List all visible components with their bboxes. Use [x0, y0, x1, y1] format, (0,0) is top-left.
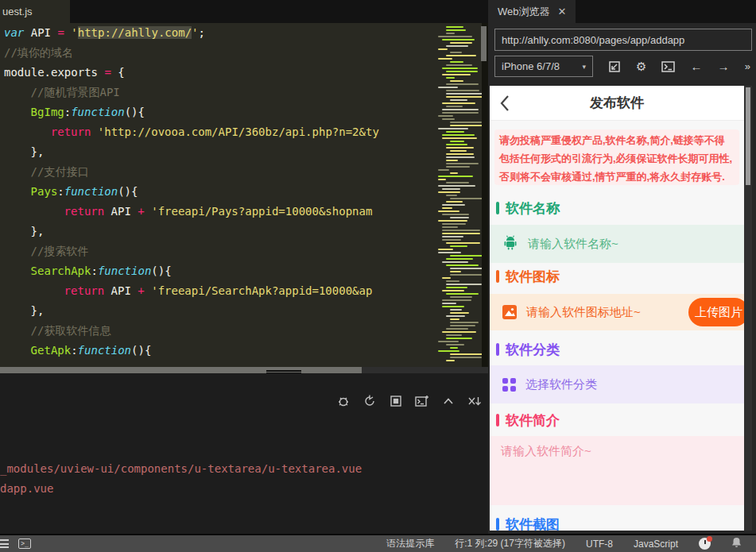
more-tools-icon[interactable]: »: [745, 60, 750, 72]
app-category-placeholder: 选择软件分类: [525, 377, 597, 392]
android-icon: [502, 234, 518, 253]
code-lines: var API = 'http://ahlly.com/';//填你的域名mod…: [0, 23, 436, 361]
restart-icon[interactable]: [362, 394, 377, 408]
section-title: 软件名称: [506, 199, 560, 218]
app-category-select[interactable]: 选择软件分类: [490, 365, 744, 403]
chevron-down-icon: ▾: [582, 63, 586, 71]
terminal-icon[interactable]: [661, 61, 675, 72]
console-line: dapp.vue: [0, 479, 488, 499]
section-bar: [496, 202, 499, 214]
browser-toolbar: iPhone 6/7/8 ▾ ⚙ ← → »: [494, 56, 752, 77]
back-chevron-icon[interactable]: [498, 95, 514, 115]
language-status[interactable]: JavaScript: [634, 538, 678, 550]
terminal-icon[interactable]: >_: [18, 538, 31, 549]
section-title: 软件截图: [506, 515, 560, 531]
section-title: 软件分类: [506, 341, 560, 359]
section-title: 软件图标: [506, 268, 560, 286]
section-bar: [496, 518, 499, 531]
section-header-app-screenshot: 软件截图: [490, 515, 560, 531]
forward-arrow-icon[interactable]: →: [717, 60, 729, 73]
console-output: _modules/uview-ui/components/u-textarea/…: [0, 459, 488, 499]
menu-icon[interactable]: [0, 539, 9, 548]
open-external-icon[interactable]: [608, 60, 621, 73]
upload-image-button[interactable]: 上传图片: [688, 298, 744, 326]
console-line: _modules/uview-ui/components/u-textarea/…: [0, 459, 488, 479]
warning-notice: 请勿投稿严重侵权产品,软件名称,简介,链接等不得包括任何形式的引流行为,必须保证…: [494, 129, 739, 185]
preview-scrollbar[interactable]: [744, 86, 752, 531]
section-header-app-category: 软件分类: [490, 340, 560, 359]
page-title: 发布软件: [490, 86, 744, 121]
section-header-app-name: 软件名称: [490, 199, 560, 218]
preview-scrollbar-thumb[interactable]: [746, 87, 750, 185]
close-icon[interactable]: ✕: [558, 0, 567, 23]
page-navbar: 发布软件: [490, 86, 744, 121]
back-arrow-icon[interactable]: ←: [690, 60, 702, 73]
section-bar: [496, 343, 499, 356]
tab-label: Web浏览器: [498, 0, 550, 23]
collapse-icon[interactable]: [441, 394, 456, 408]
section-header-app-icon: 软件图标: [490, 267, 560, 286]
new-terminal-icon[interactable]: [415, 394, 429, 408]
editor-tabbar: uest.js: [0, 0, 488, 23]
minimap[interactable]: [436, 23, 482, 373]
history-notification-icon[interactable]: [699, 538, 711, 550]
section-header-app-intro: 软件简介: [490, 411, 560, 430]
phone-viewport: 发布软件 请勿投稿严重侵权产品,软件名称,简介,链接等不得包括任何形式的引流行为…: [490, 86, 744, 531]
browser-tabbar: Web浏览器 ✕: [488, 0, 756, 23]
code-editor[interactable]: var API = 'http://ahlly.com/';//填你的域名mod…: [0, 23, 436, 367]
status-bar: >_ 语法提示库 行:1 列:29 (17字符被选择) UTF-8 JavaSc…: [0, 534, 756, 552]
grid-icon: [502, 378, 516, 392]
cursor-position-status[interactable]: 行:1 列:29 (17字符被选择): [455, 537, 565, 550]
web-browser-panel: Web浏览器 ✕ iPhone 6/7/8 ▾ ⚙ ← → » 发布软件 请勿投…: [488, 0, 756, 534]
image-icon: [502, 305, 517, 319]
debug-icon[interactable]: [336, 394, 351, 408]
tab-web-browser[interactable]: Web浏览器 ✕: [488, 0, 576, 23]
clear-icon[interactable]: [467, 394, 482, 408]
app-name-input[interactable]: 请输入软件名称~: [490, 225, 744, 263]
editor-vscrollbar-thumb[interactable]: [481, 26, 487, 61]
gear-icon[interactable]: ⚙: [636, 60, 646, 74]
url-input[interactable]: [494, 29, 752, 51]
section-bar: [496, 270, 499, 283]
app-intro-textarea[interactable]: 请输入软件简介~: [490, 436, 744, 505]
editor-tab-request-js[interactable]: uest.js: [0, 0, 70, 23]
console-panel: _modules/uview-ui/components/u-textarea/…: [0, 373, 488, 534]
stop-icon[interactable]: [389, 394, 403, 408]
section-bar: [496, 414, 499, 427]
device-label: iPhone 6/7/8: [502, 60, 560, 72]
bell-icon[interactable]: [731, 537, 742, 550]
editor-hscrollbar-thumb[interactable]: [0, 367, 362, 373]
device-select[interactable]: iPhone 6/7/8 ▾: [494, 56, 593, 77]
syntax-lib-status[interactable]: 语法提示库: [386, 537, 434, 550]
encoding-status[interactable]: UTF-8: [586, 538, 613, 550]
app-name-placeholder: 请输入软件名称~: [528, 237, 618, 252]
app-icon-placeholder: 请输入软件图标地址~: [526, 305, 641, 320]
console-toolbar: [336, 394, 482, 408]
minimap-canvas: [436, 23, 482, 361]
section-title: 软件简介: [506, 411, 560, 430]
editor-hscrollbar[interactable]: [0, 367, 488, 373]
